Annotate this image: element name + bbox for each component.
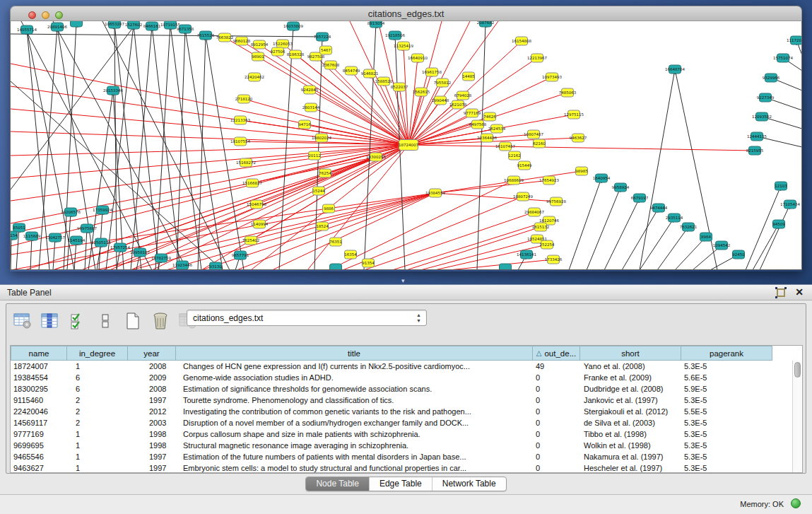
- graph-edge[interactable]: [11, 235, 11, 270]
- graph-node-12103[interactable]: 12103: [775, 182, 787, 190]
- column-header-year[interactable]: year: [128, 346, 176, 361]
- graph-edge[interactable]: [11, 34, 322, 37]
- graph-node-9146821[interactable]: 9146821: [361, 69, 379, 78]
- column-header-outde[interactable]: △out_de...: [533, 346, 580, 361]
- graph-edge[interactable]: [11, 193, 435, 255]
- table-selector-dropdown[interactable]: citations_edges.txt ▲▼: [187, 310, 427, 326]
- table-options-icon[interactable]: [13, 312, 32, 330]
- graph-node-12505135[interactable]: 12505135: [91, 238, 111, 247]
- graph-node-91354[interactable]: 91354: [362, 259, 375, 267]
- graph-edge[interactable]: [57, 27, 95, 270]
- graph-edge[interactable]: [155, 25, 170, 270]
- graph-edge[interactable]: [53, 238, 55, 270]
- graph-node-915449[interactable]: 915449: [517, 161, 532, 170]
- graph-node-9660128[interactable]: 9660128: [233, 37, 251, 45]
- delete-trash-icon[interactable]: [151, 312, 170, 330]
- graph-node-12444135[interactable]: 12444135: [747, 132, 767, 141]
- table-row[interactable]: 911546021997Tourette syndrome. Phenomeno…: [11, 395, 802, 406]
- graph-node-16961758[interactable]: 16961758: [422, 68, 442, 76]
- graph-node-18724007[interactable]: 18724007: [399, 140, 418, 151]
- graph-edge[interactable]: [170, 25, 201, 270]
- graph-node-9474444[interactable]: 9474444: [650, 204, 668, 212]
- graph-edge[interactable]: [435, 193, 556, 201]
- graph-edge[interactable]: [408, 58, 418, 145]
- graph-node-14485[interactable]: 14485: [462, 72, 475, 81]
- column-header-pagerank[interactable]: pagerank: [681, 346, 772, 361]
- graph-node-7663822[interactable]: 7663822: [216, 33, 234, 42]
- graph-node-8813054[interactable]: 8813054: [367, 21, 385, 28]
- graph-node-8466161[interactable]: 8466161: [143, 22, 161, 30]
- graph-node-16648784[interactable]: 16648784: [665, 65, 685, 74]
- graph-node-1615132[interactable]: 1615132: [532, 223, 550, 231]
- graph-node-17105434[interactable]: 17105434: [780, 200, 800, 209]
- graph-edge[interactable]: [640, 218, 674, 270]
- graph-node-99756928[interactable]: 99756928: [546, 197, 566, 206]
- graph-node-76351[interactable]: 76351: [329, 238, 342, 246]
- graph-node-6679197[interactable]: 6679197: [631, 194, 649, 202]
- graph-node-10807487[interactable]: 10807487: [524, 130, 543, 139]
- new-table-icon[interactable]: [124, 312, 142, 330]
- graph-node-98901[interactable]: 98901: [252, 52, 264, 61]
- table-row[interactable]: 946554611997Estimation of the future num…: [11, 451, 802, 462]
- column-visibility-icon[interactable]: [41, 312, 59, 330]
- graph-node-20206576[interactable]: 20206576: [61, 208, 81, 216]
- graph-node-1145194[interactable]: 1145194: [68, 236, 86, 245]
- table-row[interactable]: 1938455462009Genome-wide association stu…: [11, 372, 802, 383]
- graph-node-18802024[interactable]: 18802024: [312, 134, 331, 142]
- graph-node-7615526[interactable]: 7615526: [197, 31, 215, 40]
- graph-node-93130[interactable]: 93130: [209, 262, 222, 270]
- graph-node-94716[interactable]: 94716: [298, 120, 311, 129]
- graph-node-12213363[interactable]: 12213363: [230, 116, 250, 124]
- graph-edge[interactable]: [640, 69, 675, 270]
- graph-node-12975115[interactable]: 12975115: [564, 110, 584, 119]
- network-graph-canvas[interactable]: 1405571420891406106532871527602846616110…: [10, 21, 802, 270]
- graph-node-11172034[interactable]: 11172034: [787, 36, 802, 45]
- graph-node-18107554[interactable]: 18107554: [230, 137, 250, 146]
- graph-node-20364486[interactable]: 20364486: [477, 134, 497, 142]
- graph-node-20891406[interactable]: 20891406: [47, 23, 67, 31]
- graph-node-2718120[interactable]: 2718120: [235, 95, 253, 103]
- graph-node-6794028[interactable]: 6794028: [454, 91, 472, 100]
- graph-node-2087682[interactable]: 2087682: [477, 21, 495, 27]
- graph-node-12213967[interactable]: 12213967: [527, 54, 547, 62]
- graph-node-16107487[interactable]: 16107487: [495, 142, 515, 151]
- graph-node-62160[interactable]: 62160: [533, 139, 546, 148]
- close-panel-icon[interactable]: ✕: [795, 286, 804, 298]
- graph-node-2935114[interactable]: 2935114: [666, 214, 683, 222]
- graph-edge[interactable]: [177, 29, 185, 270]
- graph-node-3624534[interactable]: 3624534: [488, 124, 506, 133]
- graph-node-94509[interactable]: 94509: [772, 220, 785, 228]
- graph-edge[interactable]: [53, 21, 187, 270]
- tab-node-table[interactable]: Node Table: [306, 477, 369, 491]
- graph-edge[interactable]: [675, 237, 706, 270]
- graph-node-1094542[interactable]: 1094542: [713, 241, 731, 250]
- graph-edge[interactable]: [257, 145, 408, 204]
- graph-edge[interactable]: [657, 227, 688, 270]
- graph-node-14055714[interactable]: 14055714: [17, 25, 37, 34]
- graph-node-9777169[interactable]: 9777169: [464, 109, 481, 117]
- graph-edge[interactable]: [587, 187, 620, 270]
- graph-node-1140994[interactable]: 1140994: [251, 220, 269, 228]
- graph-node-16033809[interactable]: 16033809: [283, 22, 303, 30]
- column-header-indegree[interactable]: in_degree: [67, 346, 128, 361]
- graph-node-8497568[interactable]: 8497568: [469, 120, 487, 129]
- graph-edge[interactable]: [569, 178, 601, 270]
- graph-node-39154[interactable]: 39154: [11, 231, 18, 240]
- graph-node-927506[interactable]: 927506: [271, 47, 286, 56]
- graph-edge[interactable]: [364, 23, 376, 270]
- graph-node-14136141[interactable]: 14136141: [517, 250, 536, 259]
- graph-node-8912954[interactable]: 8912954: [251, 40, 269, 49]
- graph-node-11325419[interactable]: 11325419: [394, 42, 413, 50]
- graph-node-1733426[interactable]: 1733426: [545, 255, 563, 264]
- graph-edge[interactable]: [131, 26, 152, 270]
- graph-edge[interactable]: [604, 198, 640, 270]
- graph-node-20153346[interactable]: 20153346: [103, 86, 123, 95]
- tab-network-table[interactable]: Network Table: [432, 477, 506, 491]
- row-selection-icon[interactable]: [69, 312, 87, 330]
- graph-edge[interactable]: [408, 145, 755, 151]
- citation-network-graph[interactable]: 1405571420891406106532871527602846616110…: [11, 21, 802, 270]
- graph-edge[interactable]: [166, 193, 435, 270]
- graph-node-9671358[interactable]: 9671358: [177, 25, 194, 33]
- column-header-short[interactable]: short: [580, 346, 681, 361]
- graph-node-10653287[interactable]: 10653287: [105, 21, 124, 28]
